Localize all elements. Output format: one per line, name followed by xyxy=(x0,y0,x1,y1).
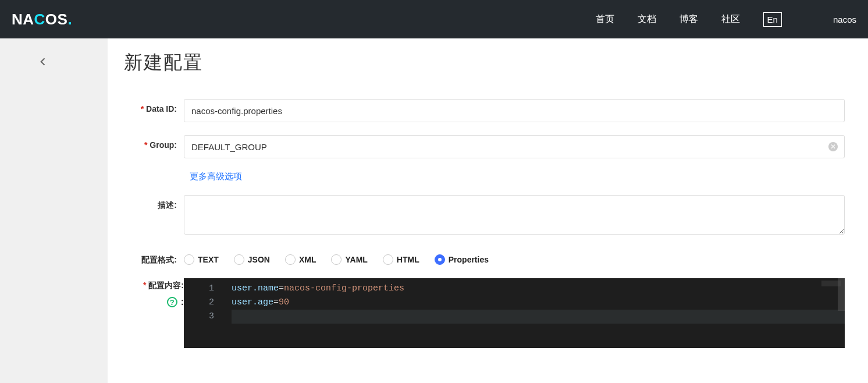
nav-community[interactable]: 社区 xyxy=(721,13,740,26)
desc-label: 描述: xyxy=(124,195,184,211)
main-content: 新建配置 *Data ID: *Group: ✕ 更多高级选项 描述: xyxy=(108,38,868,383)
username-label[interactable]: nacos xyxy=(833,15,856,24)
editor-lines[interactable]: user.name=nacos-config-properties user.a… xyxy=(220,278,845,348)
editor-gutter: 1 2 3 xyxy=(184,278,220,348)
data-id-label: *Data ID: xyxy=(124,99,184,114)
data-id-input[interactable] xyxy=(184,99,845,122)
nav-home[interactable]: 首页 xyxy=(596,13,614,26)
chevron-left-icon[interactable] xyxy=(37,56,108,70)
page-title: 新建配置 xyxy=(124,50,845,76)
help-icon[interactable]: ? xyxy=(167,297,177,307)
format-label: 配置格式: xyxy=(124,250,184,265)
format-radio-properties[interactable]: Properties xyxy=(435,254,489,265)
format-radio-yaml[interactable]: YAML xyxy=(331,254,367,265)
more-advanced-link[interactable]: 更多高级选项 xyxy=(184,171,242,181)
group-input[interactable] xyxy=(184,135,845,158)
group-label: *Group: xyxy=(124,135,184,150)
nav-blog[interactable]: 博客 xyxy=(680,13,698,26)
clear-icon[interactable]: ✕ xyxy=(828,142,838,151)
editor-scrollbar[interactable] xyxy=(838,278,845,311)
desc-textarea[interactable] xyxy=(184,195,845,235)
format-radio-group: TEXT JSON XML YAML HTML Properties xyxy=(184,250,845,265)
sidebar xyxy=(0,38,108,383)
nav-docs[interactable]: 文档 xyxy=(638,13,656,26)
language-toggle[interactable]: En xyxy=(763,12,782,27)
format-radio-text[interactable]: TEXT xyxy=(184,254,219,265)
format-radio-xml[interactable]: XML xyxy=(285,254,316,265)
format-radio-html[interactable]: HTML xyxy=(383,254,419,265)
format-radio-json[interactable]: JSON xyxy=(234,254,270,265)
app-header: NACOS. 首页 文档 博客 社区 En nacos xyxy=(0,0,868,38)
code-editor[interactable]: 1 2 3 user.name=nacos-config-properties … xyxy=(184,278,845,348)
top-nav: 首页 文档 博客 社区 En nacos xyxy=(596,12,856,27)
content-label: *配置内容: xyxy=(124,278,184,291)
logo: NACOS. xyxy=(12,10,72,29)
